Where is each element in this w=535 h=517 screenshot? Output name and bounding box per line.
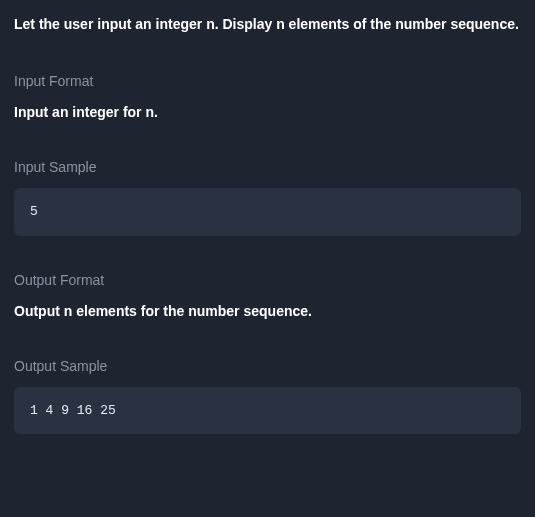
output-sample-label: Output Sample (14, 356, 521, 377)
problem-statement: Let the user input an integer n. Display… (14, 14, 521, 35)
output-format-text: Output n elements for the number sequenc… (14, 301, 521, 322)
input-sample-block: 5 (14, 188, 521, 236)
output-sample-block: 1 4 9 16 25 (14, 387, 521, 435)
input-sample-label: Input Sample (14, 157, 521, 178)
input-format-label: Input Format (14, 71, 521, 92)
input-format-text: Input an integer for n. (14, 102, 521, 123)
output-format-label: Output Format (14, 270, 521, 291)
